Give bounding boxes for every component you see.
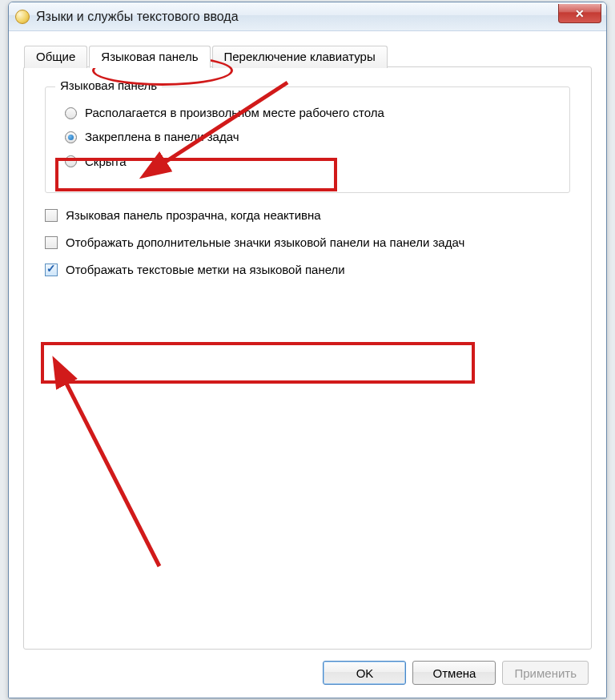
radio-docked[interactable] — [65, 131, 77, 143]
radio-row-floating: Располагается в произвольном месте рабоч… — [65, 105, 557, 121]
tab-general[interactable]: Общие — [24, 46, 87, 68]
check-row-transparent: Языковая панель прозрачна, когда неактив… — [45, 207, 570, 223]
cancel-button[interactable]: Отмена — [412, 661, 496, 685]
radio-floating[interactable] — [65, 107, 77, 119]
dialog-buttons: OK Отмена Применить — [23, 650, 592, 688]
tab-panel: Общие Языковая панель Переключение клави… — [23, 66, 592, 650]
tab-strip: Общие Языковая панель Переключение клави… — [24, 45, 389, 67]
tab-language-bar[interactable]: Языковая панель — [89, 46, 210, 68]
close-icon: ✕ — [575, 7, 585, 20]
apply-button[interactable]: Применить — [502, 661, 589, 685]
check-row-extra-icons: Отображать дополнительные значки языково… — [45, 235, 570, 251]
radio-hidden[interactable] — [65, 155, 77, 167]
radio-floating-label[interactable]: Располагается в произвольном месте рабоч… — [85, 105, 384, 121]
radio-docked-label[interactable]: Закреплена в панели задач — [85, 129, 239, 145]
window-title: Языки и службы текстового ввода — [36, 10, 239, 24]
radio-row-hidden: Скрыта — [65, 154, 557, 170]
radio-hidden-label[interactable]: Скрыта — [85, 154, 127, 170]
ok-button[interactable]: OK — [323, 661, 406, 685]
check-row-text-labels: Отображать текстовые метки на языковой п… — [45, 262, 570, 278]
language-bar-group: Языковая панель Располагается в произвол… — [45, 86, 570, 193]
dialog-content: Общие Языковая панель Переключение клави… — [9, 31, 606, 698]
check-extra-icons[interactable] — [45, 236, 58, 249]
close-button[interactable]: ✕ — [558, 4, 601, 23]
group-title: Языковая панель — [55, 78, 162, 92]
check-text-labels-label[interactable]: Отображать текстовые метки на языковой п… — [66, 262, 345, 278]
check-text-labels[interactable] — [45, 264, 58, 276]
check-transparent-label[interactable]: Языковая панель прозрачна, когда неактив… — [66, 207, 321, 223]
tab-key-switching[interactable]: Переключение клавиатуры — [212, 46, 388, 68]
check-extra-icons-label[interactable]: Отображать дополнительные значки языково… — [66, 235, 464, 251]
app-icon — [15, 10, 30, 24]
titlebar: Языки и службы текстового ввода ✕ — [9, 2, 606, 31]
dialog-window: Языки и службы текстового ввода ✕ Общие … — [8, 2, 607, 698]
check-transparent[interactable] — [45, 209, 58, 222]
radio-row-docked: Закреплена в панели задач — [65, 129, 557, 145]
